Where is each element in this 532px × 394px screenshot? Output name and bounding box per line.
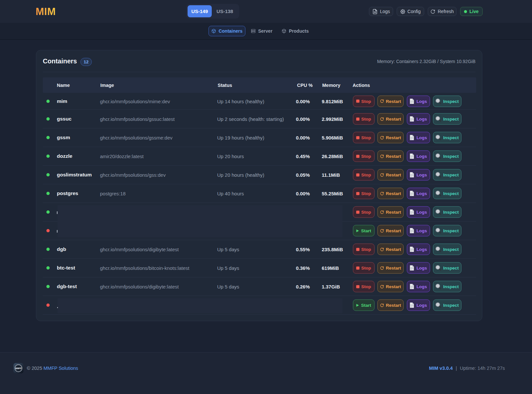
svg-text:MMFP: MMFP: [15, 367, 22, 369]
